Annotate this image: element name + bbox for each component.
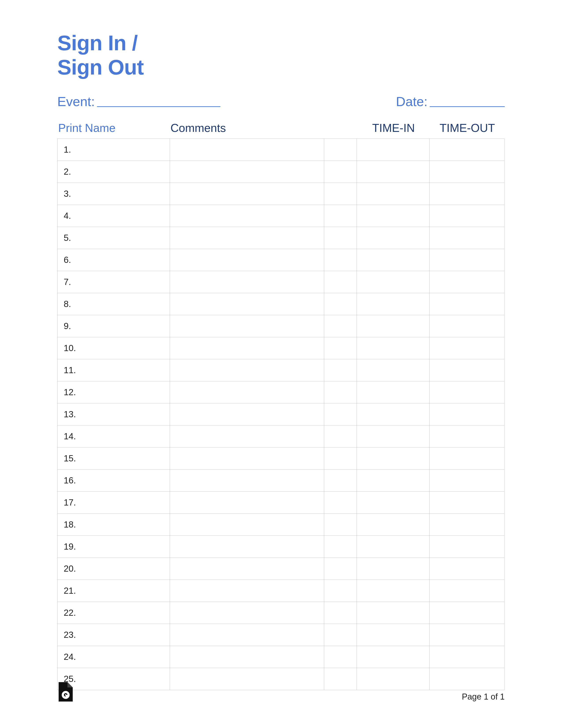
cell-comments[interactable] [170, 359, 324, 381]
cell-print-name[interactable]: 19. [58, 535, 170, 558]
cell-time-out[interactable] [429, 381, 504, 403]
cell-time-in[interactable] [357, 580, 429, 602]
cell-time-in[interactable] [357, 447, 429, 469]
cell-comments[interactable] [170, 227, 324, 249]
cell-time-out[interactable] [429, 580, 504, 602]
cell-time-in[interactable] [357, 469, 429, 491]
cell-time-out[interactable] [429, 359, 504, 381]
cell-gap [324, 469, 357, 491]
cell-time-in[interactable] [357, 271, 429, 293]
date-blank-line[interactable] [430, 94, 505, 107]
cell-time-in[interactable] [357, 403, 429, 425]
cell-print-name[interactable]: 21. [58, 580, 170, 602]
cell-time-out[interactable] [429, 425, 504, 447]
cell-print-name[interactable]: 15. [58, 447, 170, 469]
cell-print-name[interactable]: 5. [58, 227, 170, 249]
cell-print-name[interactable]: 3. [58, 183, 170, 205]
cell-print-name[interactable]: 23. [58, 624, 170, 646]
cell-print-name[interactable]: 8. [58, 293, 170, 315]
cell-time-out[interactable] [429, 205, 504, 227]
cell-comments[interactable] [170, 183, 324, 205]
cell-comments[interactable] [170, 491, 324, 513]
cell-time-out[interactable] [429, 227, 504, 249]
cell-comments[interactable] [170, 580, 324, 602]
header-time-out: TIME-OUT [430, 121, 505, 135]
cell-time-out[interactable] [429, 183, 504, 205]
cell-comments[interactable] [170, 293, 324, 315]
cell-print-name[interactable]: 14. [58, 425, 170, 447]
cell-time-out[interactable] [429, 447, 504, 469]
cell-print-name[interactable]: 22. [58, 602, 170, 624]
cell-comments[interactable] [170, 315, 324, 337]
cell-print-name[interactable]: 13. [58, 403, 170, 425]
cell-time-in[interactable] [357, 513, 429, 535]
cell-comments[interactable] [170, 249, 324, 271]
cell-print-name[interactable]: 4. [58, 205, 170, 227]
cell-print-name[interactable]: 1. [58, 138, 170, 161]
cell-print-name[interactable]: 17. [58, 491, 170, 513]
cell-time-in[interactable] [357, 293, 429, 315]
cell-time-out[interactable] [429, 293, 504, 315]
cell-time-out[interactable] [429, 469, 504, 491]
cell-time-in[interactable] [357, 646, 429, 668]
cell-time-out[interactable] [429, 558, 504, 580]
cell-comments[interactable] [170, 161, 324, 183]
cell-print-name[interactable]: 20. [58, 558, 170, 580]
cell-print-name[interactable]: 24. [58, 646, 170, 668]
cell-time-in[interactable] [357, 227, 429, 249]
cell-time-in[interactable] [357, 381, 429, 403]
cell-comments[interactable] [170, 535, 324, 558]
cell-time-in[interactable] [357, 359, 429, 381]
cell-time-out[interactable] [429, 315, 504, 337]
cell-time-out[interactable] [429, 646, 504, 668]
cell-time-out[interactable] [429, 271, 504, 293]
cell-time-in[interactable] [357, 535, 429, 558]
cell-print-name[interactable]: 12. [58, 381, 170, 403]
cell-comments[interactable] [170, 469, 324, 491]
cell-time-in[interactable] [357, 337, 429, 359]
cell-time-out[interactable] [429, 337, 504, 359]
cell-time-in[interactable] [357, 315, 429, 337]
cell-time-out[interactable] [429, 602, 504, 624]
cell-print-name[interactable]: 6. [58, 249, 170, 271]
cell-comments[interactable] [170, 271, 324, 293]
cell-time-in[interactable] [357, 425, 429, 447]
cell-comments[interactable] [170, 447, 324, 469]
cell-time-in[interactable] [357, 491, 429, 513]
cell-time-out[interactable] [429, 491, 504, 513]
cell-time-in[interactable] [357, 161, 429, 183]
cell-comments[interactable] [170, 205, 324, 227]
cell-time-in[interactable] [357, 249, 429, 271]
cell-comments[interactable] [170, 646, 324, 668]
cell-print-name[interactable]: 16. [58, 469, 170, 491]
cell-comments[interactable] [170, 381, 324, 403]
cell-time-out[interactable] [429, 624, 504, 646]
cell-time-in[interactable] [357, 624, 429, 646]
cell-print-name[interactable]: 9. [58, 315, 170, 337]
cell-time-in[interactable] [357, 183, 429, 205]
cell-time-in[interactable] [357, 602, 429, 624]
cell-print-name[interactable]: 10. [58, 337, 170, 359]
cell-time-out[interactable] [429, 513, 504, 535]
cell-time-out[interactable] [429, 535, 504, 558]
cell-time-out[interactable] [429, 249, 504, 271]
cell-comments[interactable] [170, 337, 324, 359]
cell-comments[interactable] [170, 602, 324, 624]
cell-comments[interactable] [170, 425, 324, 447]
cell-time-in[interactable] [357, 205, 429, 227]
cell-comments[interactable] [170, 513, 324, 535]
event-blank-line[interactable] [97, 94, 221, 107]
cell-comments[interactable] [170, 403, 324, 425]
cell-time-out[interactable] [429, 138, 504, 161]
cell-comments[interactable] [170, 624, 324, 646]
cell-time-out[interactable] [429, 161, 504, 183]
cell-print-name[interactable]: 2. [58, 161, 170, 183]
cell-comments[interactable] [170, 138, 324, 161]
cell-print-name[interactable]: 11. [58, 359, 170, 381]
cell-time-in[interactable] [357, 138, 429, 161]
cell-time-out[interactable] [429, 403, 504, 425]
cell-print-name[interactable]: 7. [58, 271, 170, 293]
cell-time-in[interactable] [357, 558, 429, 580]
cell-comments[interactable] [170, 558, 324, 580]
cell-print-name[interactable]: 18. [58, 513, 170, 535]
